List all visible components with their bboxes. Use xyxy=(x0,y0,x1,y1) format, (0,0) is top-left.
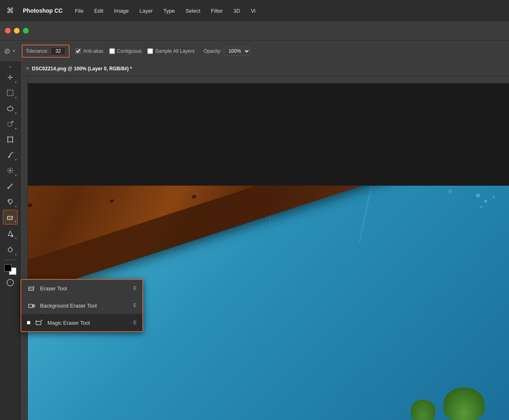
menu-image[interactable]: Image xyxy=(113,7,131,15)
svg-text:✦: ✦ xyxy=(11,120,14,123)
tool-dropdown-arrow[interactable]: ▼ xyxy=(12,49,16,53)
svg-rect-0 xyxy=(7,90,13,96)
svg-point-25 xyxy=(8,248,12,252)
menu-layer[interactable]: Layer xyxy=(138,7,155,15)
marquee-tool[interactable]: ▾ xyxy=(3,85,18,100)
marquee-icon xyxy=(7,89,14,97)
menu-3d[interactable]: 3D xyxy=(232,7,242,15)
menu-filter[interactable]: Filter xyxy=(209,7,225,15)
tool-arrow: ▾ xyxy=(15,96,17,99)
toolbar-divider xyxy=(4,260,16,260)
background-eraser-icon xyxy=(27,301,36,310)
eraser-tool-flyout-icon xyxy=(27,284,36,293)
bubble xyxy=(476,194,480,197)
color-swatches[interactable] xyxy=(4,264,16,275)
lasso-icon xyxy=(7,105,14,112)
eraser-tool-btn[interactable]: ✦ ▾ xyxy=(3,210,18,225)
tool-icon-options: ⊘ ▼ xyxy=(4,47,16,56)
ruler-top xyxy=(28,76,509,83)
fullscreen-button[interactable] xyxy=(23,28,29,34)
opacity-label: Opacity: xyxy=(203,48,221,54)
selected-indicator xyxy=(27,321,30,324)
app-name: Photoshop CC xyxy=(23,7,63,14)
svg-text:✦: ✦ xyxy=(41,319,43,322)
crop-tool[interactable] xyxy=(3,132,18,147)
dodge-tool[interactable]: ▾ xyxy=(3,243,18,257)
svg-point-10 xyxy=(8,156,10,158)
menu-type[interactable]: Type xyxy=(162,7,176,15)
sample-all-layers-checkbox[interactable] xyxy=(147,48,153,54)
contiguous-label: Contiguous xyxy=(117,48,142,54)
tool-arrow: ▾ xyxy=(15,112,17,115)
document-tab-title: DSC02214.png @ 100% (Layer 0, RGB/8#) * xyxy=(32,66,132,72)
menu-select[interactable]: Select xyxy=(184,7,202,15)
magic-eraser-item[interactable]: ✦ ■ Magic Eraser Tool E xyxy=(21,314,142,331)
brush-tool[interactable] xyxy=(3,179,18,193)
clone-stamp-tool[interactable]: ✣ ▾ xyxy=(3,194,18,209)
canvas-wrapper xyxy=(20,76,509,420)
tool-arrow: ▾ xyxy=(15,174,17,177)
tolerance-group: Tolerance: xyxy=(22,45,70,58)
opacity-select[interactable]: 100% 75% 50% 25% xyxy=(224,47,250,56)
svg-text:✣: ✣ xyxy=(7,199,10,202)
tab-close-button[interactable]: ✕ xyxy=(25,66,30,72)
magic-eraser-label: Magic Eraser Tool xyxy=(47,320,129,326)
tool-arrow: ▾ xyxy=(15,237,17,240)
canvas-dark-area xyxy=(28,83,509,186)
eraser-icon: ✦ xyxy=(6,213,14,221)
move-icon: ✛ xyxy=(7,74,13,81)
svg-rect-35 xyxy=(36,321,41,325)
texture-dot xyxy=(28,203,33,207)
paint-bucket-tool[interactable]: ▾ xyxy=(3,226,18,241)
move-tool[interactable]: ✛ ▾ xyxy=(3,70,18,85)
menu-view[interactable]: Vi xyxy=(249,7,257,15)
sample-all-layers-label: Sample All Layers xyxy=(155,48,194,54)
svg-line-30 xyxy=(34,286,34,287)
anti-alias-checkbox[interactable] xyxy=(75,48,81,54)
circle-tool[interactable] xyxy=(6,278,15,289)
dodge-icon xyxy=(7,246,14,254)
foreground-color[interactable] xyxy=(4,264,11,272)
window-controls-bar xyxy=(0,21,509,40)
options-bar: ⊘ ▼ Tolerance: Anti-alias Contiguous Sam… xyxy=(0,40,509,61)
healing-tool[interactable]: ▾ xyxy=(3,163,18,178)
svg-marker-23 xyxy=(8,231,12,236)
canvas-area[interactable] xyxy=(28,83,509,420)
crop-icon xyxy=(7,136,14,143)
svg-text:■: ■ xyxy=(36,319,37,322)
tool-arrow: ▾ xyxy=(15,127,17,130)
clone-icon: ✣ xyxy=(7,198,14,205)
eyedropper-tool[interactable]: ▾ xyxy=(3,148,18,162)
apple-menu[interactable]: ⌘ xyxy=(7,6,14,15)
bubble xyxy=(449,190,452,193)
toolbar-expand-icon[interactable]: » xyxy=(9,65,11,69)
anti-alias-group: Anti-alias xyxy=(75,48,103,54)
svg-point-24 xyxy=(11,235,13,237)
tool-arrow: ▾ xyxy=(15,220,16,223)
tool-arrow: ▾ xyxy=(15,81,17,84)
minimize-button[interactable] xyxy=(14,28,20,34)
contiguous-checkbox[interactable] xyxy=(109,48,115,54)
menu-file[interactable]: File xyxy=(73,7,85,15)
tool-arrow: ▾ xyxy=(15,158,17,162)
svg-point-16 xyxy=(7,187,9,189)
tolerance-input[interactable] xyxy=(51,47,65,55)
quick-selection-tool[interactable]: ✦ ▾ xyxy=(3,117,18,131)
anti-alias-label: Anti-alias xyxy=(83,48,103,54)
ruler-left xyxy=(20,76,28,420)
magic-eraser-icon: ✦ ■ xyxy=(34,318,43,327)
green-coral-2 xyxy=(411,400,435,420)
bubble xyxy=(484,200,487,202)
background-eraser-label: Background Eraser Tool xyxy=(40,303,129,309)
lasso-tool[interactable]: ▾ xyxy=(3,101,18,116)
svg-text:✦: ✦ xyxy=(12,215,14,218)
eraser-tool-shortcut: E xyxy=(133,285,137,291)
menu-edit[interactable]: Edit xyxy=(92,7,105,15)
contiguous-group: Contiguous xyxy=(109,48,142,54)
document-area: ✕ DSC02214.png @ 100% (Layer 0, RGB/8#) … xyxy=(20,61,509,420)
eraser-tool-item[interactable]: Eraser Tool E xyxy=(21,280,142,297)
background-eraser-item[interactable]: Background Eraser Tool E xyxy=(21,297,142,314)
close-button[interactable] xyxy=(5,28,11,34)
svg-point-27 xyxy=(7,279,14,286)
bubble xyxy=(493,196,495,198)
